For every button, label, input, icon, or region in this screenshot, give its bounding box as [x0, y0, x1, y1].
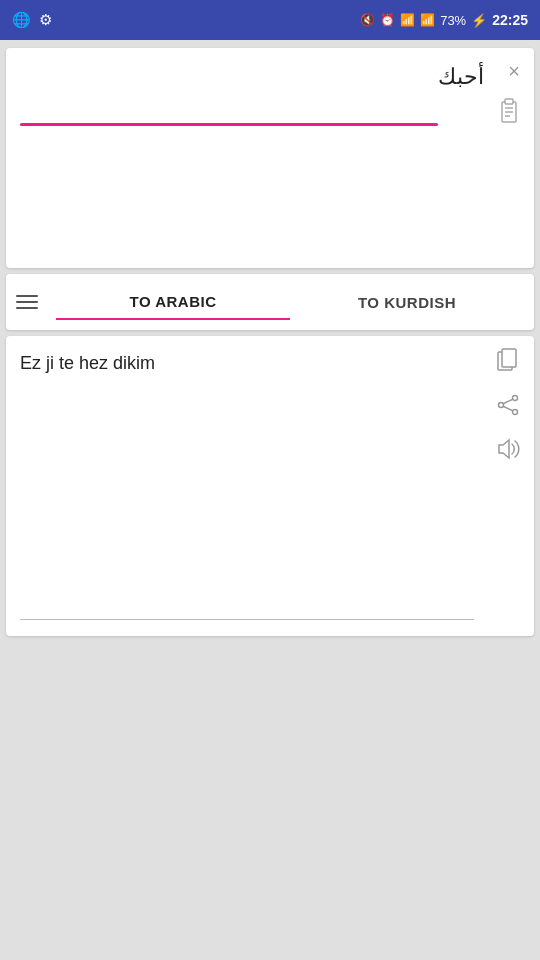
sim-icon: 📶 — [420, 13, 435, 27]
status-left-icons: 🌐 ⚙ — [12, 11, 52, 29]
input-underline — [20, 123, 438, 126]
usb-icon: ⚙ — [39, 11, 52, 29]
tab-to-arabic[interactable]: TO ARABIC — [56, 285, 290, 320]
output-underline — [20, 619, 474, 620]
svg-rect-6 — [502, 349, 516, 367]
output-text: Ez ji te hez dikim — [20, 350, 440, 377]
alarm-icon: ⏰ — [380, 13, 395, 27]
status-bar: 🌐 ⚙ 🔇 ⏰ 📶 📶 73% ⚡ 22:25 — [0, 0, 540, 40]
tab-to-kurdish[interactable]: TO KURDISH — [290, 286, 524, 319]
sound-button[interactable] — [496, 438, 520, 466]
tab-bar: TO ARABIC TO KURDISH — [6, 274, 534, 330]
clear-button[interactable]: × — [508, 60, 520, 83]
menu-button[interactable] — [16, 295, 38, 309]
output-actions — [496, 348, 520, 466]
svg-rect-1 — [505, 99, 513, 104]
input-text[interactable]: أحبك — [20, 62, 484, 93]
svg-point-7 — [513, 396, 518, 401]
input-card: أحبك × — [6, 48, 534, 268]
svg-point-9 — [513, 410, 518, 415]
clock: 22:25 — [492, 12, 528, 28]
share-button[interactable] — [497, 394, 519, 422]
battery-text: 73% — [440, 13, 466, 28]
copy-button[interactable] — [497, 348, 519, 378]
globe-icon: 🌐 — [12, 11, 31, 29]
svg-line-11 — [503, 406, 513, 411]
battery-icon: ⚡ — [471, 13, 487, 28]
paste-button[interactable] — [498, 98, 520, 129]
svg-marker-12 — [499, 440, 509, 458]
output-card: Ez ji te hez dikim — [6, 336, 534, 636]
wifi-icon: 📶 — [400, 13, 415, 27]
mute-icon: 🔇 — [360, 13, 375, 27]
svg-line-10 — [503, 399, 513, 404]
svg-point-8 — [499, 403, 504, 408]
status-right-info: 🔇 ⏰ 📶 📶 73% ⚡ 22:25 — [360, 12, 528, 28]
